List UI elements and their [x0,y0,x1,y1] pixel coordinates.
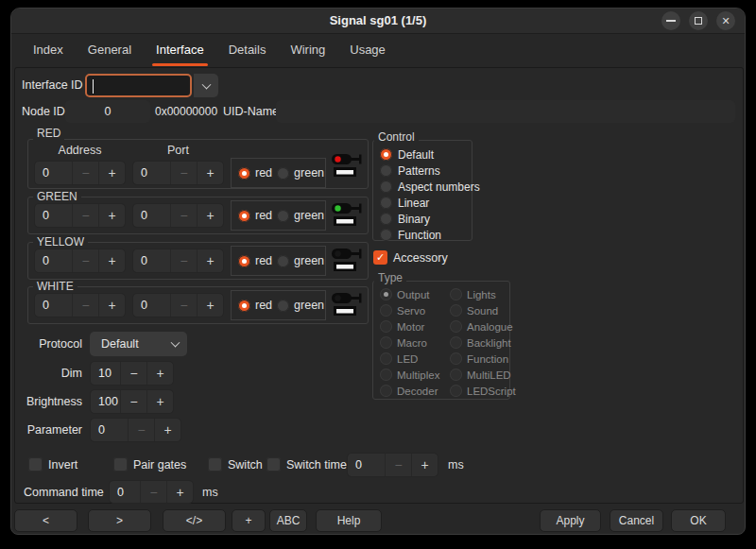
green-radio[interactable] [277,167,289,180]
control-option-default[interactable]: Default [373,146,472,163]
abc-button[interactable]: ABC [269,509,307,532]
cancel-button[interactable]: Cancel [610,509,663,532]
green-radio[interactable] [277,255,289,267]
increment-button[interactable]: + [197,294,223,317]
decrement-button[interactable]: − [170,204,197,227]
increment-button[interactable]: + [98,294,125,317]
decrement-button[interactable]: − [72,204,98,227]
help-button[interactable]: Help [316,509,382,532]
red-radio[interactable] [238,210,250,222]
decrement-button[interactable]: − [170,162,197,184]
yellow-address-spinner[interactable]: 0 − + [34,249,126,273]
pair-gates-checkbox[interactable] [113,457,128,472]
switch-time-spinner[interactable]: 0 − + [347,453,438,477]
control-option-binary[interactable]: Binary [373,211,472,227]
decrement-button[interactable]: − [120,362,146,385]
parameter-spinner[interactable]: 0 − + [90,418,181,442]
type-option-motor: Motor [380,318,450,335]
uid-name-input[interactable] [276,100,735,123]
red-address-spinner[interactable]: 0 − + [34,161,126,185]
radio[interactable] [380,197,392,209]
radio[interactable] [380,148,392,161]
decrement-button[interactable]: − [385,454,411,476]
accessory-checkbox[interactable] [373,250,387,265]
control-option-aspect-numbers[interactable]: Aspect numbers [373,179,472,195]
switch-time-checkbox[interactable] [266,457,281,472]
maximize-button[interactable] [689,11,708,30]
type-option-macro: Macro [380,335,450,351]
decrement-button[interactable]: − [170,249,197,272]
increment-button[interactable]: + [411,454,438,476]
signal-icon [331,291,365,319]
tab-general[interactable]: General [76,34,144,67]
decrement-button[interactable]: − [170,294,197,317]
spinner-value: 0 [110,481,140,503]
increment-button[interactable]: + [197,204,223,227]
radio[interactable] [380,164,392,177]
radio[interactable] [380,229,392,241]
increment-button[interactable]: + [98,204,125,227]
tab-interface[interactable]: Interface [144,34,216,67]
radio[interactable] [380,180,392,193]
port-header: Port [132,144,224,157]
increment-button[interactable]: + [98,162,125,184]
code-button[interactable]: </> [163,509,226,532]
decrement-button[interactable]: − [72,162,98,184]
increment-button[interactable]: + [146,390,173,413]
invert-checkbox[interactable] [28,457,43,472]
green-radio[interactable] [277,210,289,222]
close-button[interactable]: ✕ [716,11,735,30]
next-button[interactable]: > [88,509,151,532]
increment-button[interactable]: + [166,481,193,503]
minimize-button[interactable] [662,11,680,30]
red-radio[interactable] [238,167,250,180]
prev-button[interactable]: < [14,509,77,532]
accessory-label: Accessory [393,250,448,266]
decrement-button[interactable]: − [72,294,98,317]
increment-button[interactable]: + [197,249,223,272]
protocol-dropdown[interactable]: Default [90,332,187,356]
dim-label: Dim [15,361,82,386]
tab-usage[interactable]: Usage [337,34,398,67]
ok-button[interactable]: OK [671,509,726,532]
gate-red-frame: Address Port 0 − + 0 − + red green [27,139,369,189]
protocol-value: Default [101,337,139,351]
increment-button[interactable]: + [197,162,223,184]
control-option-function[interactable]: Function [373,227,472,243]
white-address-spinner[interactable]: 0 − + [34,293,126,317]
interface-id-input[interactable] [85,74,192,97]
green-port-spinner[interactable]: 0 − + [132,203,224,228]
dim-spinner[interactable]: 10 − + [90,361,174,386]
decrement-button[interactable]: − [72,249,98,272]
yellow-port-spinner[interactable]: 0 − + [132,249,224,273]
increment-button[interactable]: + [98,249,125,272]
red-radio[interactable] [238,300,250,312]
decrement-button[interactable]: − [140,481,166,503]
switch-checkbox[interactable] [208,457,222,472]
interface-id-dropdown-button[interactable] [194,74,218,97]
node-id-input[interactable]: 0 [65,100,150,123]
tab-details[interactable]: Details [216,34,279,67]
decrement-button[interactable]: − [120,390,146,413]
apply-button[interactable]: Apply [540,509,601,532]
green-address-spinner[interactable]: 0 − + [34,203,126,228]
radio[interactable] [380,213,392,225]
control-option-linear[interactable]: Linear [373,195,472,211]
red-port-spinner[interactable]: 0 − + [132,161,224,185]
red-radio[interactable] [238,255,250,267]
command-time-spinner[interactable]: 0 − + [109,480,194,504]
invert-label: Invert [48,457,77,472]
switch-label: Switch [228,457,263,472]
tab-wiring[interactable]: Wiring [278,34,337,67]
brightness-spinner[interactable]: 100 − + [90,389,174,414]
white-port-spinner[interactable]: 0 − + [132,293,224,317]
radio [380,352,392,365]
decrement-button[interactable]: − [128,419,154,441]
green-radio[interactable] [277,300,289,312]
tab-index[interactable]: Index [21,34,76,67]
control-option-patterns[interactable]: Patterns [373,163,472,179]
increment-button[interactable]: + [154,419,180,441]
increment-button[interactable]: + [146,362,173,385]
add-button[interactable]: + [232,509,266,532]
signal-icon [331,152,365,180]
